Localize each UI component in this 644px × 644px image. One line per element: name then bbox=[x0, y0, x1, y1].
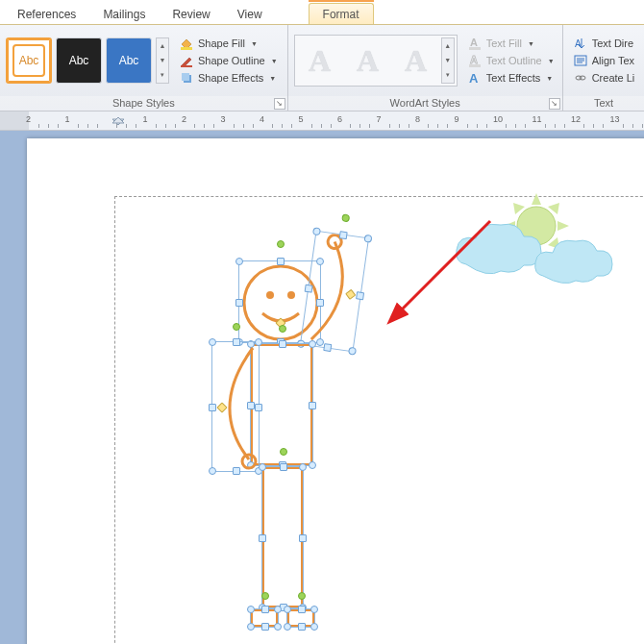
svg-point-27 bbox=[266, 291, 274, 299]
text-direction-label: Text Dire bbox=[592, 37, 633, 49]
tab-format[interactable]: Format bbox=[309, 3, 374, 24]
svg-point-28 bbox=[287, 291, 295, 299]
svg-text:A: A bbox=[470, 54, 478, 65]
svg-marker-19 bbox=[532, 193, 541, 205]
ruler-number: 9 bbox=[455, 114, 459, 124]
ruler-number: 1 bbox=[65, 114, 70, 124]
group-wordart-styles: A A A ▲▼▾ A Text Fill▼ A Text Outline▼ A… bbox=[288, 25, 563, 111]
group-shape-styles: Abc Abc Abc ▲▼▾ Shape Fill▼ Shape Outlin… bbox=[0, 25, 288, 111]
ribbon-tabs: References Mailings Review View Format bbox=[0, 0, 644, 25]
tab-references[interactable]: References bbox=[4, 4, 89, 24]
svg-rect-7 bbox=[469, 64, 481, 67]
bucket-icon bbox=[179, 36, 194, 51]
selection-right-arm[interactable] bbox=[300, 231, 369, 353]
svg-point-15 bbox=[580, 76, 585, 80]
wordart-thumb-2[interactable]: A bbox=[345, 37, 391, 84]
ruler-number: 12 bbox=[571, 114, 581, 124]
group-text: A Text Dire Align Tex Create Li Text bbox=[563, 25, 644, 111]
dropdown-icon: ▼ bbox=[251, 40, 258, 47]
text-fill-button[interactable]: A Text Fill▼ bbox=[463, 35, 558, 52]
shape-style-thumb-2[interactable]: Abc bbox=[56, 37, 102, 84]
ruler-number: 5 bbox=[299, 114, 304, 124]
wordart-thumb-1[interactable]: A bbox=[297, 37, 343, 84]
ruler-number: 2 bbox=[182, 114, 186, 124]
svg-point-30 bbox=[242, 455, 256, 468]
document-area bbox=[0, 131, 644, 644]
dropdown-icon: ▼ bbox=[548, 58, 555, 64]
effects-icon bbox=[179, 70, 194, 86]
text-direction-button[interactable]: A Text Dire bbox=[569, 35, 639, 52]
text-outline-label: Text Outline bbox=[486, 55, 542, 66]
shape-style-thumb-3[interactable]: Abc bbox=[106, 37, 152, 84]
svg-text:A: A bbox=[469, 71, 479, 85]
drawing-canvas[interactable] bbox=[114, 196, 644, 644]
indent-marker-icon[interactable] bbox=[111, 111, 126, 131]
svg-line-25 bbox=[399, 221, 490, 312]
shape-outline-button[interactable]: Shape Outline▼ bbox=[175, 52, 282, 69]
svg-rect-1 bbox=[181, 65, 192, 67]
page[interactable] bbox=[27, 138, 644, 644]
ruler-number: 13 bbox=[610, 114, 620, 124]
dropdown-icon: ▼ bbox=[546, 75, 553, 82]
shape-fill-label: Shape Fill bbox=[198, 37, 245, 49]
wordart-thumb-3[interactable]: A bbox=[393, 37, 439, 84]
create-link-button[interactable]: Create Li bbox=[569, 69, 639, 87]
shape-effects-button[interactable]: Shape Effects▼ bbox=[175, 69, 282, 87]
selection-legs[interactable] bbox=[261, 466, 304, 608]
ruler-number: 3 bbox=[221, 114, 226, 124]
shape-style-label: Abc bbox=[69, 54, 89, 67]
ruler-number: 11 bbox=[533, 114, 542, 124]
svg-rect-5 bbox=[469, 47, 481, 50]
ruler-number: 7 bbox=[377, 114, 382, 124]
align-text-button[interactable]: Align Tex bbox=[569, 52, 639, 69]
ruler-number: 4 bbox=[260, 114, 264, 124]
tab-mailings[interactable]: Mailings bbox=[89, 4, 159, 24]
tab-review[interactable]: Review bbox=[159, 4, 223, 24]
annotation-arrow bbox=[384, 216, 500, 332]
dropdown-icon: ▼ bbox=[269, 75, 276, 82]
tab-view[interactable]: View bbox=[224, 4, 276, 24]
align-text-label: Align Tex bbox=[592, 55, 634, 66]
shape-style-gallery[interactable]: Abc Abc Abc ▲▼▾ bbox=[6, 37, 169, 84]
text-outline-button[interactable]: A Text Outline▼ bbox=[463, 52, 558, 69]
ribbon: Abc Abc Abc ▲▼▾ Shape Fill▼ Shape Outlin… bbox=[0, 25, 644, 111]
text-fill-label: Text Fill bbox=[486, 37, 522, 49]
text-effects-button[interactable]: A Text Effects▼ bbox=[463, 69, 558, 87]
align-text-icon bbox=[573, 53, 588, 68]
text-direction-icon: A bbox=[573, 36, 588, 51]
dialog-launcher-icon[interactable]: ↘ bbox=[549, 98, 560, 110]
pencil-icon bbox=[179, 53, 194, 68]
shape-fill-button[interactable]: Shape Fill▼ bbox=[175, 35, 282, 52]
horizontal-ruler[interactable]: 211234567891011121314 bbox=[0, 111, 644, 131]
ruler-number: 6 bbox=[337, 114, 342, 124]
svg-marker-21 bbox=[557, 221, 569, 231]
shape-style-label: Abc bbox=[119, 54, 139, 67]
selection-foot-left[interactable] bbox=[250, 608, 279, 628]
wordart-gallery[interactable]: A A A ▲▼▾ bbox=[294, 35, 458, 87]
dropdown-icon: ▼ bbox=[271, 58, 278, 64]
text-effects-icon: A bbox=[467, 70, 483, 86]
group-label-text: Text bbox=[594, 97, 613, 109]
shape-style-thumb-1[interactable]: Abc bbox=[6, 37, 52, 84]
selection-left-arm[interactable] bbox=[211, 341, 260, 472]
link-icon bbox=[573, 70, 588, 86]
shape-effects-label: Shape Effects bbox=[198, 72, 263, 84]
text-fill-icon: A bbox=[467, 36, 483, 51]
ruler-number: 1 bbox=[143, 114, 148, 124]
ruler-number: 2 bbox=[26, 114, 31, 124]
text-effects-label: Text Effects bbox=[486, 72, 541, 84]
svg-text:A: A bbox=[470, 37, 478, 48]
gallery-more-button[interactable]: ▲▼▾ bbox=[156, 37, 169, 84]
ruler-number: 8 bbox=[415, 114, 420, 124]
ruler-number: 10 bbox=[493, 114, 503, 124]
selection-foot-right[interactable] bbox=[286, 608, 315, 628]
create-link-label: Create Li bbox=[592, 72, 635, 84]
svg-rect-3 bbox=[182, 73, 189, 81]
gallery-more-button[interactable]: ▲▼▾ bbox=[441, 37, 455, 84]
group-label-wordart: WordArt Styles bbox=[390, 97, 460, 109]
dropdown-icon: ▼ bbox=[528, 40, 534, 47]
group-label-shape-styles: Shape Styles bbox=[112, 97, 175, 109]
shape-legs-rect[interactable] bbox=[262, 467, 303, 607]
dialog-launcher-icon[interactable]: ↘ bbox=[274, 98, 285, 110]
shape-style-label: Abc bbox=[12, 44, 45, 77]
